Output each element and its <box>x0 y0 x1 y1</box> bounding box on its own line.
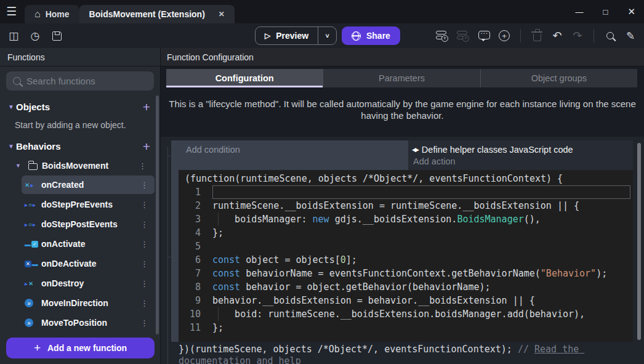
code-line-2[interactable]: 2runtimeScene.__boidsExtension = runtime… <box>179 199 633 212</box>
event-indent-guide <box>167 147 168 364</box>
function-item-onActivate[interactable]: ▬✓onActivate⋮ <box>22 235 155 253</box>
js-code-editor[interactable]: (function(runtimeScene, objects /*Object… <box>179 170 633 342</box>
behavior-group-row[interactable]: ▼ BoidsMovement ⋮ <box>0 157 160 174</box>
tab-home[interactable]: ⌂ Home <box>25 5 79 23</box>
item-menu-button[interactable]: ⋮ <box>140 279 148 288</box>
trash-icon[interactable] <box>531 30 543 41</box>
js-event-title: Define helper classes JavaScript code <box>422 145 573 155</box>
close-window-button[interactable]: ✕ <box>627 6 635 17</box>
comment-icon[interactable] <box>478 32 490 39</box>
search-functions-box[interactable] <box>6 71 154 91</box>
code-line-7[interactable]: 7const behaviorName = eventsFunctionCont… <box>179 267 633 280</box>
code-line-9[interactable]: 9behavior.__boidsExtension = behavior.__… <box>179 294 633 307</box>
add-new-function-button[interactable]: + Add a new function <box>6 338 155 358</box>
item-menu-button[interactable]: ⋮ <box>140 318 148 328</box>
add-subevent-icon[interactable]: + <box>457 30 470 41</box>
tab-object-groups[interactable]: Object groups <box>481 69 637 87</box>
function-item-doStepPreEvents[interactable]: ▸○▸doStepPreEvents⋮ <box>22 195 155 214</box>
add-condition-button[interactable]: Add condition <box>179 140 408 170</box>
line-number: 3 <box>179 212 207 226</box>
code-line-1[interactable]: 1 <box>179 185 633 199</box>
line-number: 2 <box>179 199 207 212</box>
add-subevent-glyph: + <box>457 30 470 41</box>
add-behavior-button[interactable]: + <box>143 140 150 153</box>
close-tab-icon[interactable]: ✕ <box>219 10 225 18</box>
preview-button[interactable]: ▷ Preview ∨ <box>255 26 337 45</box>
event-drag-handle[interactable] <box>171 140 179 342</box>
item-menu-button[interactable]: ⋮ <box>140 299 148 308</box>
epilogue-code: })(runtimeScene, objects /*Object*/, eve… <box>179 344 518 355</box>
deactivate-icon: ✕▬ <box>25 261 41 267</box>
objects-section-header[interactable]: ▼ Objects + <box>0 99 160 115</box>
search-icon[interactable] <box>604 32 616 39</box>
line-number: 1 <box>179 185 207 199</box>
code-line-4[interactable]: 4}; <box>179 226 633 240</box>
tab-boidsmovement-extension[interactable]: BoidsMovement (Extension) ✕ <box>79 5 235 23</box>
add-new-function-label: Add a new function <box>47 343 127 353</box>
edit-extension-icon[interactable]: ✎ <box>624 31 637 41</box>
save-icon[interactable] <box>50 31 63 41</box>
function-item-doStepPostEvents[interactable]: ▸○▸doStepPostEvents⋮ <box>22 215 155 233</box>
group-menu-button[interactable]: ⋮ <box>139 161 147 171</box>
toolbar: ◫ ◷ ▷ Preview ∨ Share + + + ↶ ↷ ✎ <box>0 23 644 48</box>
search-functions-input[interactable] <box>26 76 149 86</box>
item-menu-button[interactable]: ⋮ <box>140 180 148 190</box>
add-event-icon[interactable]: + <box>436 30 449 41</box>
add-action-button[interactable]: Add action <box>412 156 633 166</box>
destroy-icon: ▸✕ <box>25 280 41 287</box>
line-code: }; <box>207 226 223 240</box>
undo-icon[interactable]: ↶ <box>551 30 563 41</box>
item-menu-button[interactable]: ⋮ <box>140 220 148 229</box>
chevron-down-icon[interactable]: ▼ <box>8 103 16 110</box>
events-scrollbar[interactable] <box>637 143 641 340</box>
share-button[interactable]: Share <box>342 26 400 45</box>
maximize-button[interactable]: □ <box>603 7 608 17</box>
item-menu-button[interactable]: ⋮ <box>140 240 148 249</box>
function-item-onDestroy[interactable]: ▸✕onDestroy⋮ <box>22 274 155 293</box>
tab-configuration[interactable]: Configuration <box>166 69 323 87</box>
redo-icon[interactable]: ↷ <box>571 30 584 41</box>
chevron-down-icon[interactable]: ∨ <box>318 32 336 39</box>
js-event-header: ◀▶ Define helper classes JavaScript code… <box>408 140 633 170</box>
item-menu-button[interactable]: ⋮ <box>140 200 148 209</box>
add-circle-icon[interactable]: + <box>498 30 510 41</box>
function-configuration-panel: Function Configuration ConfigurationPara… <box>161 48 644 364</box>
function-item-MoveToPosition[interactable]: »MoveToPosition⋮ <box>22 313 155 332</box>
code-line-10[interactable]: 10 boid: runtimeScene.__boidsExtension.b… <box>179 307 633 321</box>
js-code-icon: ◀▶ <box>412 147 418 153</box>
code-line-5[interactable]: 5 <box>179 240 633 253</box>
history-icon[interactable]: ◷ <box>29 31 41 41</box>
function-item-label: onDeActivate <box>41 259 96 269</box>
tab-extension-label: BoidsMovement (Extension) <box>89 9 205 19</box>
event-header-row: Add condition ◀▶ Define helper classes J… <box>179 140 633 170</box>
function-item-MoveInDirection[interactable]: »MoveInDirection⋮ <box>22 294 155 312</box>
toolbar-center: ▷ Preview ∨ Share <box>255 26 400 45</box>
code-line-6[interactable]: 6const object = objects[0]; <box>179 253 633 267</box>
chevron-down-icon[interactable]: ▼ <box>8 143 16 150</box>
minimize-button[interactable]: — <box>576 7 584 17</box>
sidebar-scrollbar[interactable] <box>156 95 159 334</box>
comment-glyph <box>478 31 490 39</box>
line-code: boid: runtimeScene.__boidsExtension.boid… <box>207 307 585 321</box>
line-number: 11 <box>179 321 207 334</box>
project-manager-icon[interactable]: ◫ <box>7 31 20 41</box>
function-item-onDeActivate[interactable]: ✕▬onDeActivate⋮ <box>22 254 155 273</box>
menu-hamburger-icon[interactable]: ☰ <box>6 4 17 18</box>
code-line-8[interactable]: 8const behavior = object.getBehavior(beh… <box>179 280 633 294</box>
behaviors-section-header[interactable]: ▼ Behaviors + <box>0 138 160 155</box>
code-line-3[interactable]: 3 boidsManager: new gdjs.__boidsExtensio… <box>179 212 633 226</box>
tab-parameters[interactable]: Parameters <box>323 69 480 87</box>
line-number: 9 <box>179 294 207 307</box>
code-lines: 12runtimeScene.__boidsExtension = runtim… <box>179 185 633 334</box>
line-code: }; <box>207 321 223 334</box>
objects-section-label: Objects <box>16 102 50 112</box>
function-item-label: doStepPreEvents <box>41 200 113 209</box>
code-line-11[interactable]: 11}; <box>179 321 633 334</box>
toolbar-left-icons: ◫ ◷ <box>7 23 63 48</box>
item-menu-button[interactable]: ⋮ <box>140 259 148 269</box>
chevron-down-icon[interactable]: ▼ <box>15 163 24 169</box>
events-sheet: Add condition ◀▶ Define helper classes J… <box>161 137 644 364</box>
add-object-button[interactable]: + <box>143 100 150 113</box>
line-code <box>207 185 212 199</box>
function-item-onCreated[interactable]: ✕▸onCreated⋮ <box>22 176 155 194</box>
